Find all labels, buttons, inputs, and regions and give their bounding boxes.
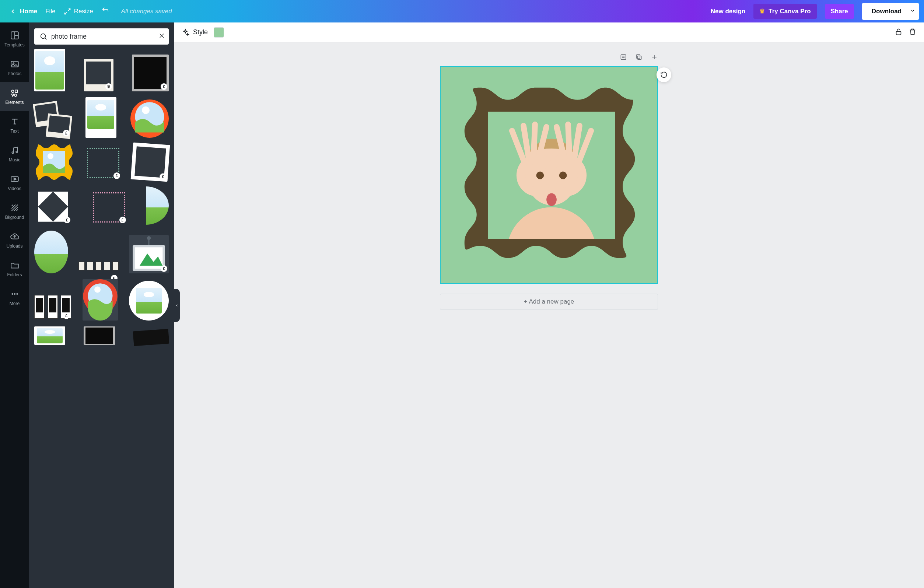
design-page[interactable]	[440, 66, 658, 284]
result-thumb[interactable]: ♛	[84, 59, 114, 91]
duplicate-icon	[635, 53, 642, 61]
result-thumb[interactable]: £	[132, 55, 169, 91]
rail-templates[interactable]: Templates	[0, 25, 29, 53]
result-thumb[interactable]	[34, 326, 65, 345]
result-thumb[interactable]	[82, 279, 118, 320]
duplicate-page-button[interactable]	[635, 53, 642, 62]
top-bar: Home File Resize All changes saved New d…	[0, 0, 924, 23]
canvas-area[interactable]: + Add a new page	[174, 42, 924, 588]
home-link[interactable]: Home	[10, 8, 37, 15]
uploads-icon	[10, 232, 20, 241]
chevron-down-icon	[910, 8, 915, 13]
page-tools	[440, 53, 658, 62]
result-thumb[interactable]	[34, 144, 74, 180]
rail-uploads[interactable]: Uploads	[0, 226, 29, 254]
result-thumb[interactable]	[130, 99, 169, 138]
undo-icon	[101, 6, 109, 14]
rail-music-label: Music	[9, 157, 20, 162]
paid-badge: £	[114, 172, 120, 179]
result-thumb[interactable]	[34, 49, 65, 91]
result-thumb[interactable]	[86, 97, 116, 138]
background-icon	[10, 203, 20, 213]
new-design-button[interactable]: New design	[711, 8, 745, 15]
home-label: Home	[20, 8, 37, 15]
add-page-button[interactable]	[651, 53, 658, 62]
add-new-page-button[interactable]: + Add a new page	[440, 294, 658, 310]
result-thumb[interactable]: £	[129, 235, 169, 273]
rail-elements-label: Elements	[5, 100, 23, 105]
search-results: ♛ £ £ £ £	[29, 49, 174, 588]
regenerate-button[interactable]	[657, 68, 671, 82]
collapse-panel-button[interactable]	[174, 289, 180, 322]
clear-search-button[interactable]	[158, 32, 165, 41]
rail-background[interactable]: Bkground	[0, 197, 29, 226]
unlock-icon	[894, 28, 903, 36]
style-button[interactable]: Style	[181, 28, 208, 36]
editor: Style	[174, 23, 924, 588]
rail-elements[interactable]: Elements	[0, 82, 29, 111]
fancy-frame-icon	[34, 144, 74, 180]
file-menu[interactable]: File	[45, 8, 55, 15]
svg-point-13	[16, 293, 18, 295]
download-label: Download	[872, 8, 901, 15]
search-input[interactable]	[51, 33, 155, 41]
folders-icon	[10, 261, 20, 270]
rail-folders-label: Folders	[7, 272, 22, 277]
svg-point-45	[559, 172, 567, 179]
result-thumb[interactable]: £	[85, 146, 122, 180]
delete-button[interactable]	[909, 28, 917, 37]
lock-button[interactable]	[894, 28, 903, 37]
svg-rect-35	[638, 56, 642, 60]
paid-badge: £	[63, 312, 69, 319]
result-thumb[interactable]: £	[34, 188, 72, 225]
garland-icon	[79, 259, 119, 273]
result-thumb[interactable]	[34, 231, 68, 273]
download-button[interactable]: Download	[862, 3, 908, 20]
result-thumb[interactable]	[129, 281, 169, 320]
page-notes-button[interactable]	[620, 53, 627, 62]
result-thumb[interactable]: £	[34, 293, 71, 320]
result-thumb[interactable]: £	[91, 190, 127, 225]
resize-button[interactable]: Resize	[64, 8, 93, 15]
svg-point-46	[546, 193, 557, 206]
svg-point-21	[48, 153, 53, 159]
download-dropdown[interactable]	[906, 3, 919, 20]
map-pin-icon	[82, 279, 118, 320]
photo-content[interactable]	[488, 112, 615, 239]
rail-more[interactable]: More	[0, 283, 29, 312]
paid-badge: £	[161, 265, 167, 272]
result-thumb[interactable]: £	[34, 102, 71, 138]
chevron-left-icon	[175, 304, 179, 307]
svg-point-7	[12, 152, 13, 153]
resize-label: Resize	[74, 8, 93, 15]
result-thumb[interactable]	[84, 326, 116, 345]
close-icon	[158, 32, 165, 39]
result-thumb[interactable]: £	[131, 142, 170, 182]
rail-uploads-label: Uploads	[6, 243, 23, 249]
rail-music[interactable]: Music	[0, 140, 29, 168]
result-thumb[interactable]	[133, 329, 170, 346]
rail-text[interactable]: Text	[0, 111, 29, 140]
elements-panel: ♛ £ £ £ £	[29, 23, 174, 588]
left-rail: Templates Photos Elements Text Music Vid…	[0, 23, 29, 588]
share-button[interactable]: Share	[825, 4, 854, 19]
svg-point-11	[12, 293, 13, 295]
result-thumb[interactable]: £	[79, 259, 119, 273]
photos-icon	[10, 59, 20, 69]
undo-button[interactable]	[101, 6, 109, 16]
rail-more-label: More	[10, 301, 20, 306]
result-thumb[interactable]	[146, 187, 169, 225]
plus-icon	[651, 53, 658, 61]
try-pro-button[interactable]: ♛ Try Canva Pro	[753, 4, 817, 19]
rail-photos[interactable]: Photos	[0, 53, 29, 82]
svg-point-12	[14, 293, 15, 295]
rail-videos[interactable]: Videos	[0, 168, 29, 197]
paid-badge: £	[63, 130, 69, 136]
pro-badge: ♛	[106, 83, 112, 90]
rail-videos-label: Videos	[8, 186, 21, 191]
svg-point-8	[16, 151, 17, 152]
color-swatch[interactable]	[214, 27, 224, 38]
try-pro-label: Try Canva Pro	[769, 8, 810, 15]
rail-folders[interactable]: Folders	[0, 254, 29, 283]
text-icon	[10, 117, 20, 126]
